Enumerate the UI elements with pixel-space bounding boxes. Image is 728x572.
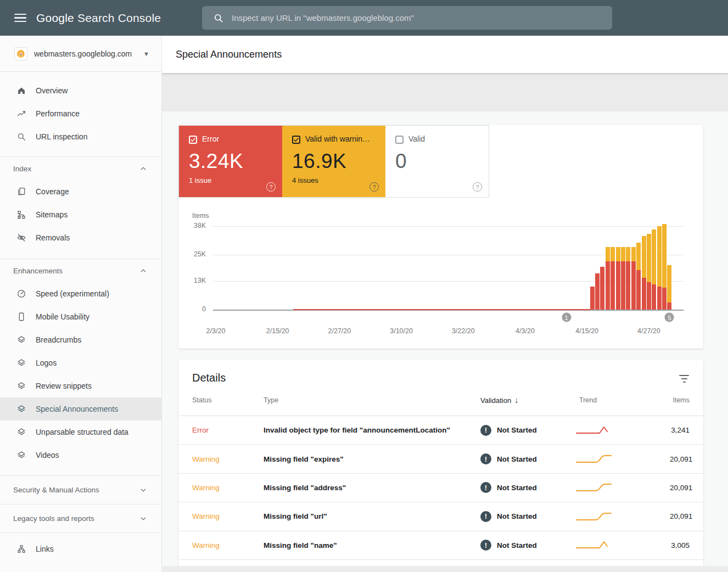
exclamation-circle-icon: ! xyxy=(480,540,491,551)
details-row[interactable]: WarningMissing field "name"!Not Started3… xyxy=(178,531,703,560)
trend-sparkline xyxy=(575,511,613,523)
row-trend xyxy=(579,481,670,494)
sidebar-item-sitemaps[interactable]: Sitemaps xyxy=(0,203,161,226)
x-tick-label: 2/3/20 xyxy=(206,327,226,335)
bar-error-segment[interactable] xyxy=(636,270,641,310)
bar-error-segment[interactable] xyxy=(606,261,610,310)
bar-error-segment[interactable] xyxy=(631,261,636,310)
col-trend[interactable]: Trend xyxy=(579,396,670,404)
sidebar-item-overview[interactable]: Overview xyxy=(0,79,161,102)
x-tick-label: 2/15/20 xyxy=(266,327,289,335)
content-gray-band xyxy=(162,73,728,111)
sidebar-section-index[interactable]: Index xyxy=(0,157,161,180)
chevron-up-icon xyxy=(138,266,148,276)
row-status: Warning xyxy=(192,541,264,549)
sidebar-item-links[interactable]: Links xyxy=(0,537,161,560)
sidebar-item-breadcrumbs[interactable]: Breadcrumbs xyxy=(0,328,161,351)
sidebar-item-label: Sitemaps xyxy=(36,210,68,219)
sidebar-item-unparsable-structured-data[interactable]: Unparsable structured data xyxy=(0,420,161,444)
row-status: Error xyxy=(192,426,264,434)
bar-warning-segment[interactable] xyxy=(667,265,671,302)
url-inspect-input[interactable] xyxy=(232,13,604,23)
row-items-count: 20,091 xyxy=(670,455,692,463)
details-table-header: Status Type Validation↓ Trend Items xyxy=(178,384,703,416)
sidebar-item-special-announcements[interactable]: Special Announcements xyxy=(0,397,161,420)
y-tick-label: 38K xyxy=(183,222,206,229)
sidebar-item-removals[interactable]: Removals xyxy=(0,226,161,249)
url-inspection-searchbar[interactable] xyxy=(202,6,612,30)
col-items[interactable]: Items xyxy=(670,396,690,404)
menu-icon[interactable] xyxy=(14,14,26,23)
sidebar-section-security-manual-actions[interactable]: Security & Manual Actions xyxy=(0,476,161,504)
row-items-count: 20,091 xyxy=(670,512,692,520)
bar-warning-segment[interactable] xyxy=(631,247,636,261)
sidebar-item-speed-experimental-[interactable]: Speed (experimental) xyxy=(0,282,161,305)
bar-error-segment[interactable] xyxy=(621,261,625,310)
bar-error-segment[interactable] xyxy=(662,288,667,310)
links-icon xyxy=(16,544,26,554)
layers-icon xyxy=(16,335,26,345)
details-row[interactable]: ErrorInvalid object type for field "anno… xyxy=(178,416,703,445)
bar-warning-segment[interactable] xyxy=(642,236,646,278)
details-row[interactable]: WarningMissing field "url"!Not Started20… xyxy=(178,502,703,531)
bar-warning-segment[interactable] xyxy=(662,224,667,288)
search-icon xyxy=(213,13,224,24)
row-type: Missing field "url" xyxy=(264,512,480,520)
bar-error-segment[interactable] xyxy=(657,287,662,310)
sidebar-nav: OverviewPerformanceURL inspectionIndexCo… xyxy=(0,72,161,560)
bar-error-segment[interactable] xyxy=(667,302,671,310)
sidebar-item-coverage[interactable]: Coverage xyxy=(0,180,161,203)
sidebar-item-mobile-usability[interactable]: Mobile Usability xyxy=(0,305,161,328)
col-type[interactable]: Type xyxy=(264,396,480,404)
bar-error-segment[interactable] xyxy=(595,273,600,310)
bar-error-segment[interactable] xyxy=(600,267,604,310)
filter-icon[interactable] xyxy=(679,374,690,383)
sidebar-item-label: Removals xyxy=(36,233,70,242)
bar-warning-segment[interactable] xyxy=(611,247,615,261)
col-status[interactable]: Status xyxy=(192,396,264,404)
layers-icon xyxy=(16,381,26,391)
sidebar-item-videos[interactable]: Videos xyxy=(0,444,161,467)
sidebar-item-performance[interactable]: Performance xyxy=(0,102,161,125)
bar-error-segment[interactable] xyxy=(642,278,646,310)
bar-error-segment[interactable] xyxy=(616,261,620,310)
bar-error-segment[interactable] xyxy=(611,261,615,310)
chart-y-axis-title: Items xyxy=(192,212,209,220)
bar-warning-segment[interactable] xyxy=(636,243,641,270)
col-validation[interactable]: Validation↓ xyxy=(480,396,579,405)
sidebar-item-url-inspection[interactable]: URL inspection xyxy=(0,125,161,148)
bar-warning-segment[interactable] xyxy=(647,234,651,282)
row-trend xyxy=(579,539,670,551)
x-tick-label: 4/15/20 xyxy=(575,327,598,335)
bar-error-segment[interactable] xyxy=(626,261,630,310)
sidebar-item-logos[interactable]: Logos xyxy=(0,351,161,374)
bar-warning-segment[interactable] xyxy=(652,229,656,284)
sidebar-item-label: Review snippets xyxy=(36,382,92,390)
sidebar-section-enhancements[interactable]: Enhancements xyxy=(0,259,161,282)
details-row[interactable]: WarningMissing field "expires"!Not Start… xyxy=(178,445,703,473)
sidebar-item-review-snippets[interactable]: Review snippets xyxy=(0,374,161,397)
bar-warning-segment[interactable] xyxy=(657,226,662,287)
row-type: Missing field "expires" xyxy=(264,455,480,463)
bar-warning-segment[interactable] xyxy=(621,247,625,261)
bar-error-segment[interactable] xyxy=(652,284,656,310)
layers-icon xyxy=(16,427,26,437)
sidebar-section-legacy-tools-and-reports[interactable]: Legacy tools and reports xyxy=(0,504,161,532)
bar-warning-segment[interactable] xyxy=(606,247,610,261)
property-selector[interactable]: webmasters.googleblog.com ▼ xyxy=(0,36,161,72)
sort-desc-icon: ↓ xyxy=(514,396,518,405)
site-favicon xyxy=(14,47,27,60)
timeline-marker-5[interactable]: 5 xyxy=(664,312,675,323)
coverage-icon xyxy=(16,187,26,197)
bar-error-segment[interactable] xyxy=(647,282,651,310)
bar-warning-segment[interactable] xyxy=(616,247,620,261)
chevron-down-icon: ▼ xyxy=(143,51,149,57)
chevron-down-icon xyxy=(138,514,148,524)
bar-warning-segment[interactable] xyxy=(626,247,630,261)
bar-error-segment[interactable] xyxy=(590,287,595,310)
details-title: Details xyxy=(192,372,679,384)
sidebar-item-label: Mobile Usability xyxy=(36,312,89,321)
timeline-marker-1[interactable]: 1 xyxy=(561,312,572,323)
row-trend xyxy=(579,424,670,436)
details-row[interactable]: WarningMissing field "address"!Not Start… xyxy=(178,474,703,502)
